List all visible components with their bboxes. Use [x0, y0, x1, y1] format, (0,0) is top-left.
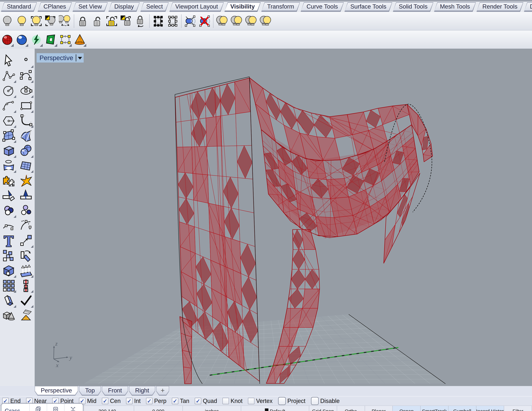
statusbar-pane-record-history[interactable]: Record History	[476, 406, 504, 411]
primitive-solids-icon[interactable]	[1, 308, 17, 323]
statusbar-pane-gumball[interactable]: Gumball	[448, 406, 476, 411]
viewport-scene[interactable]: zyx	[35, 49, 532, 386]
restore-icon[interactable]	[47, 404, 65, 411]
bulb-on-selected-icon[interactable]	[29, 14, 43, 28]
control-points-off-icon[interactable]	[166, 14, 180, 28]
align-icon[interactable]	[18, 278, 34, 293]
menu-tab-transform[interactable]: Transform	[261, 2, 300, 12]
isolate-objects-icon[interactable]	[183, 14, 197, 28]
osnap-disable-checkbox[interactable]	[311, 397, 319, 405]
extend-curve-icon[interactable]	[1, 218, 17, 233]
statusbar-pane-osnap[interactable]: Osnap	[393, 406, 421, 411]
solid-edit-icon[interactable]	[1, 263, 17, 278]
bulb-swap-icon[interactable]	[44, 14, 57, 28]
polyline-icon[interactable]	[1, 68, 17, 83]
statusbar-pane-ortho[interactable]: Ortho	[337, 406, 365, 411]
surface-patch-icon[interactable]	[18, 158, 34, 173]
rotate-icon[interactable]	[18, 248, 34, 263]
statusbar-pane-smarttrack[interactable]: SmartTrack	[421, 406, 448, 411]
circle-icon[interactable]	[1, 83, 17, 98]
surface-revolve-icon[interactable]	[1, 158, 17, 173]
menu-tab-mesh-tools[interactable]: Mesh Tools	[434, 2, 476, 12]
viewport-tab-add[interactable]: +	[156, 386, 169, 396]
bulb-off-icon[interactable]	[0, 14, 14, 28]
boolean-puzzle-icon[interactable]	[1, 173, 17, 188]
lock-icon[interactable]	[76, 14, 89, 28]
render-sphere-blue-icon[interactable]	[15, 32, 28, 47]
half-bulb-icon[interactable]	[259, 14, 272, 28]
menu-tab-drafting[interactable]: Drafting	[524, 2, 532, 12]
viewport-tab-front[interactable]: Front	[102, 386, 128, 396]
osnap-vertex-checkbox[interactable]	[248, 398, 254, 404]
statusbar-cell[interactable]: 300.140	[81, 406, 134, 411]
duplicate-icon[interactable]	[30, 404, 47, 411]
rect-array-icon[interactable]	[1, 278, 17, 293]
render-sphere-red-icon[interactable]	[0, 32, 14, 47]
viewport-title[interactable]: Perspective	[37, 53, 84, 63]
control-points-rect-icon[interactable]	[58, 32, 72, 47]
menu-tab-set-view[interactable]: Set View	[73, 2, 108, 12]
control-point-curve-icon[interactable]	[18, 68, 34, 83]
curved-surface-icon[interactable]	[18, 128, 34, 143]
menu-tab-display[interactable]: Display	[108, 2, 140, 12]
bulb-on-icon[interactable]	[15, 14, 28, 28]
boolean-difference-icon[interactable]	[18, 203, 34, 218]
osnap-quad-checkbox[interactable]: ✓	[195, 398, 201, 404]
half-bulb-icon[interactable]	[244, 14, 258, 28]
chevron-down-icon[interactable]	[78, 57, 82, 59]
menu-tab-viewport-layout[interactable]: Viewport Layout	[170, 2, 224, 12]
menu-tab-solid-tools[interactable]: Solid Tools	[393, 2, 433, 12]
rectangle-icon[interactable]	[18, 98, 34, 113]
menu-tab-render-tools[interactable]: Render Tools	[476, 2, 523, 12]
perspective-viewport[interactable]: zyx Perspective	[35, 49, 532, 386]
single-point-icon[interactable]	[18, 53, 34, 68]
osnap-tan-checkbox[interactable]: ✓	[172, 398, 178, 404]
trim-icon[interactable]	[1, 188, 17, 203]
polygon-icon[interactable]	[1, 113, 17, 128]
flash-green-icon[interactable]	[29, 32, 43, 47]
eraser-icon[interactable]	[1, 293, 17, 308]
osnap-perp-checkbox[interactable]: ✓	[146, 398, 152, 404]
lock-swap-icon[interactable]	[119, 14, 133, 28]
mesh-tools-icon[interactable]	[18, 308, 34, 323]
split-icon[interactable]	[18, 188, 34, 203]
text-icon[interactable]	[1, 233, 17, 248]
menu-tab-cplanes[interactable]: CPlanes	[38, 2, 72, 12]
boolean-union-icon[interactable]	[1, 203, 17, 218]
unisolate-objects-icon[interactable]	[198, 14, 211, 28]
menu-tab-surface-tools[interactable]: Surface Tools	[344, 2, 392, 12]
half-bulb-icon[interactable]	[230, 14, 243, 28]
unlock-icon[interactable]	[90, 14, 104, 28]
viewport-tab-perspective[interactable]: Perspective	[35, 386, 78, 396]
statusbar-cell[interactable]: 0.000	[134, 406, 183, 411]
statusbar-cell[interactable]: Default	[241, 406, 309, 411]
statusbar-pane-planar[interactable]: Planar	[365, 406, 393, 411]
osnap-cen-checkbox[interactable]: ✓	[102, 398, 108, 404]
offset-surface-icon[interactable]	[18, 263, 34, 278]
cone-orange-icon[interactable]	[73, 32, 86, 47]
menu-tab-select[interactable]: Select	[140, 2, 169, 12]
statusbar-pane-filter[interactable]: Filter	[504, 406, 532, 411]
close-x-icon[interactable]	[65, 404, 82, 411]
group-objects-icon[interactable]	[1, 248, 17, 263]
menu-tab-visibility[interactable]: Visibility	[224, 2, 261, 12]
surface-from-points-icon[interactable]	[1, 128, 17, 143]
control-points-on-icon[interactable]	[151, 14, 165, 28]
osnap-project-checkbox[interactable]	[278, 397, 286, 405]
select-arrow-icon[interactable]	[1, 53, 17, 68]
viewport-tab-right[interactable]: Right	[129, 386, 155, 396]
rebuild-curve-icon[interactable]	[18, 218, 34, 233]
statusbar-pane-grid-snap[interactable]: Grid Snap	[309, 406, 337, 411]
gem-green-icon[interactable]	[44, 32, 57, 47]
viewport-tab-top[interactable]: Top	[79, 386, 101, 396]
curve-fillet-icon[interactable]	[18, 113, 34, 128]
unlock-selected-icon[interactable]	[105, 14, 118, 28]
menu-tab-curve-tools[interactable]: Curve Tools	[301, 2, 344, 12]
statusbar-cell[interactable]: inches	[183, 406, 241, 411]
half-bulb-icon[interactable]	[215, 14, 229, 28]
check-select-icon[interactable]	[18, 293, 34, 308]
osnap-int-checkbox[interactable]: ✓	[126, 398, 133, 404]
scale-icon[interactable]	[18, 233, 34, 248]
sphere-icon[interactable]	[18, 143, 34, 158]
box-icon[interactable]	[1, 143, 17, 158]
